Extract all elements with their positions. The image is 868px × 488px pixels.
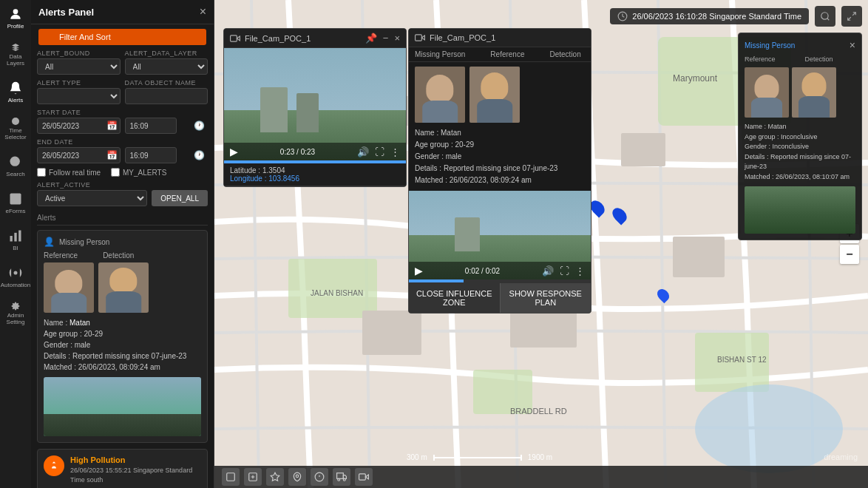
alert-data-layer-select[interactable]: All [125,58,208,75]
svg-point-39 [821,13,828,19]
show-response-plan-button[interactable]: SHOW RESPONSE PLAN [501,283,591,313]
end-time-label [125,138,208,146]
det-ref-image [415,67,465,123]
sidebar-item-layers[interactable]: Data Layers [4,43,27,67]
end-time-clock-icon[interactable]: 🕐 [194,150,205,160]
close-influence-zone-button[interactable]: CLOSE INFLUENCE ZONE [409,283,501,313]
mp-name: Matan [768,123,787,130]
map-expand-btn[interactable] [841,6,862,27]
svg-rect-47 [227,473,235,481]
start-time-clock-icon[interactable]: 🕐 [194,121,205,131]
zoom-out-btn[interactable]: − [840,245,859,264]
toolbar-btn-4[interactable] [288,468,306,486]
sidebar-profile-label: Profile [7,23,24,30]
video-pin-btn[interactable]: 📌 [365,33,377,44]
timestamp-badge: 26/06/2023 16:10:28 Singapore Standard T… [610,8,809,24]
pollution-icon-circle [44,455,64,476]
sidebar-item-bi[interactable]: BI [4,228,27,251]
map-marker-blue3[interactable] [614,207,625,223]
start-time-input[interactable] [125,118,177,134]
sidebar-item-search[interactable]: Search [4,154,27,177]
map-search-btn[interactable] [815,6,835,27]
sidebar-automation-label: Automation [1,282,30,288]
toolbar-btn-3[interactable] [266,468,284,486]
video-close-btn[interactable]: × [394,33,400,44]
end-date-calendar-icon[interactable]: 📅 [106,150,118,160]
det-video-frame: ▶ 0:02 / 0:02 🔊 ⛶ ⋮ [409,191,591,279]
filter-sort-button[interactable]: Filter And Sort [38,29,206,45]
svg-marker-45 [421,35,424,40]
my-alerts-label: MY_ALERTS [123,169,166,177]
svg-marker-43 [237,36,240,41]
alert-card-missing-person[interactable]: 👤 Missing Person Reference Detection Nam… [37,230,208,443]
map-marker-blue4[interactable] [658,288,668,302]
det-video-fullscreen-btn[interactable]: ⛶ [560,265,569,277]
open-all-button[interactable]: OPEN_ALL [152,190,208,206]
sidebar-item-eforms[interactable]: eForms [4,191,27,214]
svg-point-0 [13,9,18,14]
data-object-name-label: Data Object Name [125,79,208,87]
video-frame: ▶ 0:23 / 0:23 🔊 ⛶ ⋮ [224,48,406,160]
toolbar-btn-2[interactable] [244,468,262,486]
video-fullscreen-btn[interactable]: ⛶ [375,146,384,157]
alert-card1-name: Matan [69,319,90,327]
svg-rect-7 [18,230,21,241]
alert-card-high-pollution[interactable]: High Pollution 26/06/2023 15:55:21 Singa… [37,449,208,488]
alert-active-select[interactable]: Active [37,190,147,206]
svg-rect-59 [359,474,366,480]
video-volume-btn[interactable]: 🔊 [357,146,369,157]
data-object-name-input[interactable] [125,88,208,104]
sidebar-item-profile[interactable]: Profile [4,6,27,30]
start-date-calendar-icon[interactable]: 📅 [106,121,118,131]
map-area[interactable]: Marymount Bishan BRADDELL RD BISHAN ST 1… [214,0,868,488]
alert-active-label: ALERT_ACTIVE [37,181,147,189]
end-date-label: End Date [37,138,121,146]
dreaming-logo: dreaming [824,453,858,461]
detection-images [409,62,591,127]
alert-type-label: Alert Type [37,79,121,87]
sidebar-item-time[interactable]: Time Selector [4,117,27,140]
video-play-btn[interactable]: ▶ [230,146,238,157]
video-modal-title-text: File_Cam_POC_1 [245,34,311,43]
alert-type-select[interactable] [37,88,121,104]
toolbar-btn-6[interactable] [333,468,350,486]
follow-real-time-checkbox[interactable] [37,168,46,177]
detection-info: Name : Matan Age group : 20-29 Gender : … [409,127,591,191]
det-video-more-btn[interactable]: ⋮ [575,265,585,277]
alert-bound-label: ALERT_BOUND [37,50,121,57]
sidebar-item-admin[interactable]: Admin Setting [4,302,27,325]
alerts-panel: Alerts Panel × Filter And Sort ALERT_BOU… [31,0,214,488]
pollution-detail: 26/06/2023 15:55:21 Singapore Standard T… [70,466,201,484]
video-more-btn[interactable]: ⋮ [390,146,400,157]
det-video-play-btn[interactable]: ▶ [415,265,423,277]
toolbar-btn-5[interactable] [311,468,328,486]
alerts-panel-header: Alerts Panel × [31,0,214,24]
video-time: 0:23 / 0:23 [280,148,315,156]
det-video-volume-btn[interactable]: 🔊 [542,265,554,277]
missing-panel-info: Name : Matan Age group : Inconclusive Ge… [745,122,855,182]
det-bottom-bar: CLOSE INFLUENCE ZONE SHOW RESPONSE PLAN [409,282,591,313]
det-panel-detection-label: Detection [550,50,581,58]
video-lon: Longitude : 103.8456 [230,174,400,183]
missing-panel-thumbnail [745,186,855,234]
missing-panel-close-btn[interactable]: × [850,39,855,51]
sidebar-item-automation[interactable]: Automation [4,265,27,288]
det-panel-reference-label: Reference [490,50,524,58]
svg-marker-49 [271,472,279,481]
alerts-list-label: Alerts [37,212,208,226]
missing-person-ref-label: Missing Person [59,238,109,246]
map-marker-blue2[interactable] [591,200,603,216]
video-minimize-btn[interactable]: − [383,33,389,44]
toolbar-btn-7[interactable] [355,468,373,486]
svg-text:BISHAN ST 12: BISHAN ST 12 [717,356,767,364]
alert-bound-select[interactable]: All [37,58,121,75]
end-time-input[interactable] [125,147,177,163]
my-alerts-checkbox[interactable] [111,168,120,177]
svg-rect-31 [673,237,725,277]
video-modal: File_Cam_POC_1 📌 − × ▶ 0:23 / 0:23 🔊 ⛶ ⋮ [223,28,407,187]
toolbar-btn-1[interactable] [222,468,240,486]
alerts-panel-close-btn[interactable]: × [200,6,206,18]
sidebar-item-alerts[interactable]: Alerts [4,80,27,104]
alert-card1-age: 20-29 [84,330,103,338]
video-modal-header: File_Cam_POC_1 📌 − × [224,29,406,48]
